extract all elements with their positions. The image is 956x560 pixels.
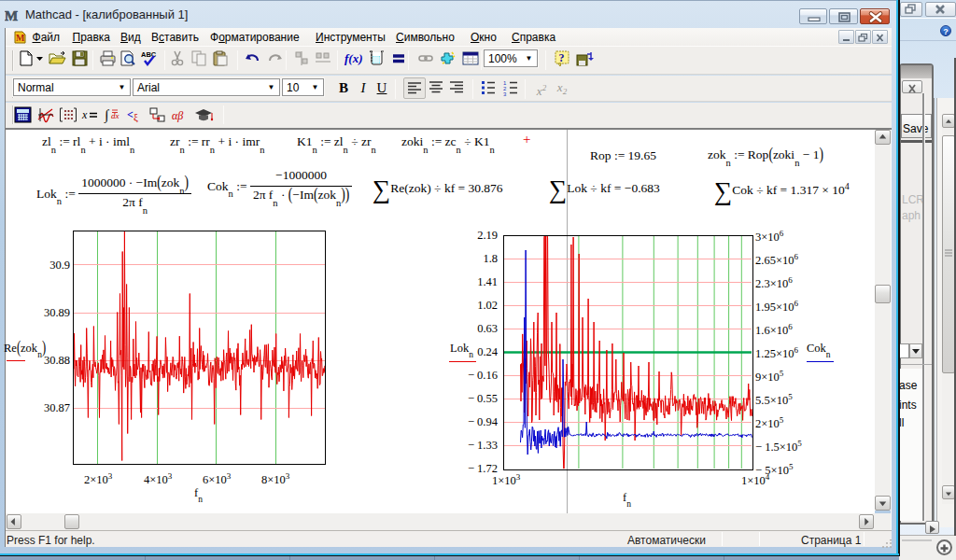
svg-text:M: M xyxy=(16,33,25,43)
svg-text:x: x xyxy=(81,108,88,121)
svg-text:3: 3 xyxy=(503,91,507,97)
svg-text:M: M xyxy=(5,8,18,23)
svg-text:?: ? xyxy=(559,51,565,64)
svg-text:αβ: αβ xyxy=(172,109,183,122)
svg-text:<: < xyxy=(127,108,134,121)
svg-text:ξ: ξ xyxy=(134,111,138,123)
svg-text:f(x): f(x) xyxy=(344,51,363,65)
svg-text:ABC: ABC xyxy=(141,50,157,59)
svg-text:∫: ∫ xyxy=(104,107,110,123)
